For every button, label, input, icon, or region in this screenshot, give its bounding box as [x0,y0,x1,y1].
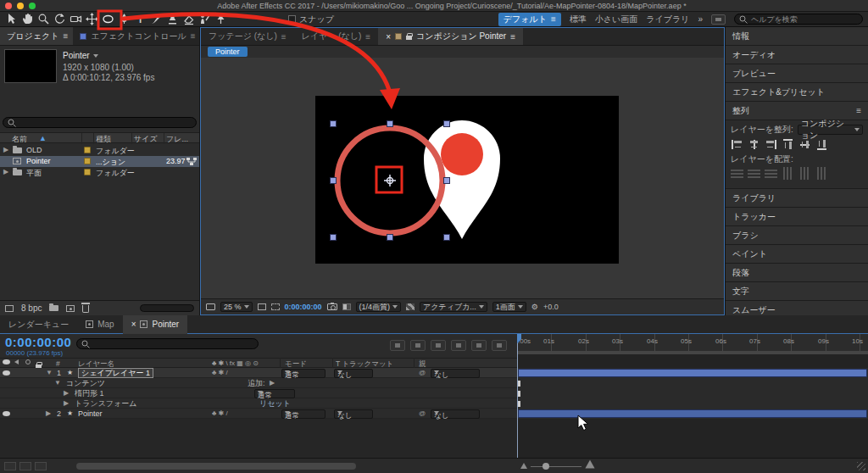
roto-brush-tool[interactable] [197,13,213,26]
align-bottom-icon[interactable] [816,138,827,151]
camera-dropdown[interactable]: アクティブカ... [420,302,487,312]
distribute-top-icon[interactable] [731,168,743,179]
distribute-horizontal-center-icon[interactable] [799,167,810,180]
graph-editor-icon[interactable] [492,340,507,351]
menu-icon[interactable]: ≡ [510,32,515,42]
column-parent[interactable]: 親 [419,359,426,368]
hide-shy-layers-icon[interactable] [431,340,446,351]
viewer-timecode[interactable]: 0:00:00:00 [285,303,322,311]
motion-blur-icon[interactable] [471,340,487,351]
sort-ascending-icon[interactable]: ▲ [39,134,47,142]
clone-stamp-tool[interactable] [164,13,181,26]
close-icon[interactable]: × [386,32,391,42]
menu-icon[interactable]: ≡ [551,14,556,24]
project-row-old[interactable]: ▶ OLD フォルダー [0,145,199,156]
layer-row-shape-layer-1[interactable]: ▼ 1 ★ シェイプレイヤー 1 ♣ ✱ / 通常 なし @ なし [0,368,517,378]
type-tool[interactable]: T [132,13,148,26]
column-track-matte[interactable]: T トラックマット [336,359,393,368]
column-framerate[interactable]: フレ... [166,134,188,145]
distribute-vertical-center-icon[interactable] [748,168,760,179]
align-horizontal-center-icon[interactable] [748,139,760,150]
property-row-contents[interactable]: ▼ コンテンツ 追加: ▶ [0,378,517,388]
help-search[interactable] [734,14,863,25]
show-snapshot-icon[interactable] [342,303,351,310]
pan-behind-tool[interactable] [84,13,100,26]
tab-pointer[interactable]: × Pointer [123,315,188,334]
property-row-transform[interactable]: ▶ トランスフォーム リセット [0,398,517,409]
timeline-track-area[interactable]: :00s 01s 02s 03s 04s 05s 06s 07s 08s 09s… [517,334,868,458]
zoom-tool[interactable] [36,13,52,26]
exposure-gear-icon[interactable]: ⚙ [531,303,538,311]
resolution-dropdown[interactable]: (1/4画質) [356,302,402,312]
shape-tool[interactable] [100,13,116,26]
panel-info[interactable]: 情報 [726,27,868,46]
exposure-value[interactable]: +0.0 [543,303,559,311]
selection-tool[interactable] [3,13,19,26]
project-bit-depth[interactable]: 8 bpc [21,303,42,313]
twirl-closed-icon[interactable]: ▶ [64,389,69,398]
close-window-button[interactable] [5,3,12,9]
zoom-slider-track[interactable] [531,466,581,467]
view-layout-dropdown[interactable]: 1画面 [492,302,526,312]
parent-dropdown[interactable]: なし [431,409,480,419]
tab-effect-controls[interactable]: エフェクトコントロール ≡ [73,27,199,45]
layer-name[interactable]: Pointer [78,409,103,418]
expand-layer-switches-icon[interactable] [4,462,16,470]
close-icon[interactable]: × [131,320,136,329]
column-name[interactable]: 名前 [12,134,27,145]
panel-libraries[interactable]: ライブラリ [726,189,868,208]
zoom-slider-knob[interactable] [542,463,549,470]
zoom-in-mountain-icon[interactable] [585,460,594,469]
grid-guides-icon[interactable] [258,303,266,310]
tab-composition-pointer[interactable]: × コンポジション Pointer ≡ [378,28,523,45]
label-color-swatch[interactable] [84,169,91,175]
layer-bar-pointer[interactable] [518,409,867,418]
current-timecode[interactable]: 0:00:00:00 [5,335,71,349]
region-of-interest-icon[interactable] [271,303,280,310]
add-label[interactable]: 追加: [248,379,265,387]
add-arrow-icon[interactable]: ▶ [270,379,275,387]
workspace-tab-standard[interactable]: 標準 [570,14,587,25]
zoom-out-mountain-icon[interactable] [520,463,527,469]
resize-grip[interactable] [857,462,865,470]
align-vertical-center-icon[interactable] [799,138,810,151]
new-composition-icon[interactable] [66,305,75,312]
tab-layer[interactable]: レイヤー (なし) ≡ [294,28,378,45]
panel-paint[interactable]: ペイント [726,245,868,264]
zoom-window-button[interactable] [29,3,36,9]
horizontal-scrollbar[interactable] [76,463,356,470]
panel-effects-presets[interactable]: エフェクト&プリセット [726,83,868,102]
interpret-footage-icon[interactable] [5,305,14,312]
panel-audio[interactable]: オーディオ [726,46,868,64]
time-ruler[interactable]: :00s 01s 02s 03s 04s 05s 06s 07s 08s 09s… [517,334,868,354]
rotation-tool[interactable] [52,13,68,26]
track-matte-dropdown[interactable]: なし [334,369,373,378]
composition-viewer[interactable] [201,58,724,298]
column-layer-name[interactable]: レイヤー名 [78,359,114,368]
lock-icon[interactable] [406,36,412,40]
frame-blending-icon[interactable] [451,340,466,351]
layer-name[interactable]: シェイプレイヤー 1 [78,368,153,378]
eye-icon[interactable] [3,370,10,376]
parent-dropdown[interactable]: なし [431,369,480,378]
distribute-left-icon[interactable] [782,167,793,180]
column-size[interactable]: サイズ [134,134,158,145]
label-color-swatch[interactable] [84,158,91,164]
align-left-icon[interactable] [731,139,743,150]
tab-map[interactable]: Map [77,315,122,334]
always-preview-icon[interactable] [206,303,215,310]
brush-tool[interactable] [148,13,164,26]
panel-preview[interactable]: プレビュー [726,64,868,83]
workspace-tab-default[interactable]: デフォルト ≡ [498,13,561,26]
expand-transfer-controls-icon[interactable] [19,462,31,470]
panel-smoother[interactable]: スムーザー [726,301,868,315]
selected-item-name[interactable]: Pointer [63,51,98,60]
property-row-ellipse-1[interactable]: ▶ 楕円形 1 通常 [0,388,517,398]
draft-3d-icon[interactable] [410,340,426,351]
menu-icon[interactable]: ≡ [856,106,861,115]
project-row-solids[interactable]: ▶ 平面 フォルダー [0,167,199,178]
distribute-right-icon[interactable] [816,167,827,180]
workspace-tab-small-screen[interactable]: 小さい画面 [595,14,637,25]
menu-icon[interactable]: ≡ [63,31,68,41]
twirl-closed-icon[interactable]: ▶ [46,409,51,418]
